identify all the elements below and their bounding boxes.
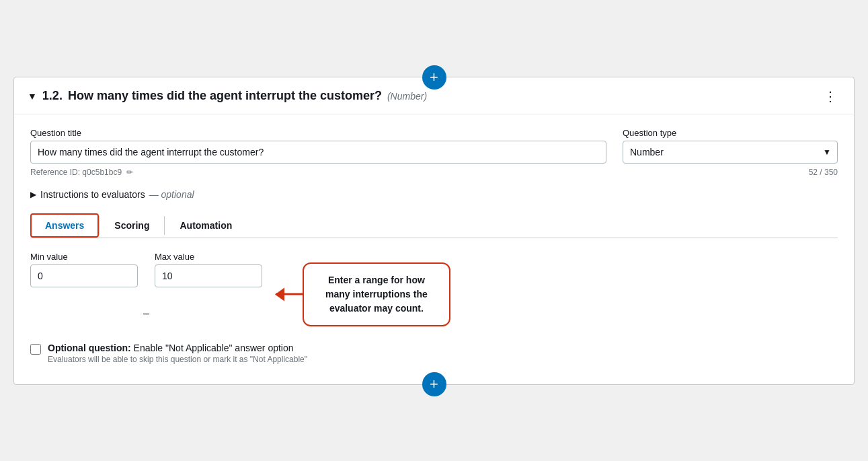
min-value-input[interactable]: [30, 264, 138, 287]
instructions-row[interactable]: ▶ Instructions to evaluators — optional: [30, 189, 838, 200]
edit-reference-icon[interactable]: ✏: [126, 168, 133, 177]
tooltip-bubble: Enter a range for how many interruptions…: [303, 262, 450, 326]
instructions-optional-text: — optional: [149, 189, 194, 200]
plus-icon: +: [430, 70, 438, 85]
optional-question-label-bold: Optional question:: [48, 343, 131, 353]
tooltip-arrow: [276, 293, 303, 295]
optional-question-label-rest: Enable "Not Applicable" answer option: [134, 343, 294, 353]
range-row: Min value – Max value Enter a range for …: [30, 252, 838, 326]
three-dot-menu-button[interactable]: ⋮: [821, 88, 840, 104]
main-content: Question title Question type Number Yes/…: [14, 114, 854, 384]
optional-question-label: Optional question: Enable "Not Applicabl…: [48, 343, 307, 353]
range-dash: –: [143, 308, 149, 326]
question-title-label: Question title: [30, 128, 606, 138]
add-below-button[interactable]: +: [422, 372, 446, 396]
question-title-group: Question title: [30, 128, 606, 164]
tab-automation[interactable]: Automation: [165, 213, 247, 238]
char-count-text: 52 / 350: [809, 168, 838, 177]
question-title-input[interactable]: [30, 141, 606, 164]
question-header-left: ▼ 1.2. How many times did the agent inte…: [28, 89, 427, 103]
optional-question-checkbox[interactable]: [30, 344, 41, 355]
optional-question-row: Optional question: Enable "Not Applicabl…: [30, 343, 838, 364]
tooltip-container: Enter a range for how many interruptions…: [303, 262, 450, 326]
optional-question-sublabel: Evaluators will be able to skip this que…: [48, 355, 307, 364]
tab-answers[interactable]: Answers: [30, 213, 99, 238]
question-form-row: Question title Question type Number Yes/…: [30, 128, 838, 164]
question-type-group: Question type Number Yes/No Multiple Cho…: [623, 128, 838, 164]
question-type-select[interactable]: Number Yes/No Multiple Choice Text: [623, 141, 838, 164]
reference-id-text: Reference ID: q0c5b1bc9 ✏: [30, 168, 133, 177]
max-value-label: Max value: [155, 252, 262, 262]
question-number: 1.2.: [42, 89, 63, 103]
instructions-label: Instructions to evaluators: [40, 189, 145, 200]
tab-scoring[interactable]: Scoring: [100, 213, 164, 238]
plus-icon-bottom: +: [430, 377, 438, 392]
question-type-badge: (Number): [387, 91, 427, 102]
ref-row: Reference ID: q0c5b1bc9 ✏ 52 / 350: [30, 168, 838, 177]
question-type-label: Question type: [623, 128, 838, 138]
add-above-button[interactable]: +: [422, 65, 446, 90]
question-type-select-wrapper: Number Yes/No Multiple Choice Text ▼: [623, 141, 838, 164]
collapse-chevron-icon[interactable]: ▼: [28, 91, 37, 102]
min-value-group: Min value: [30, 252, 138, 287]
max-value-group: Max value: [155, 252, 262, 287]
instructions-chevron-icon: ▶: [30, 190, 36, 199]
question-title-header: How many times did the agent interrupt t…: [68, 89, 382, 103]
tabs-row: Answers Scoring Automation: [30, 213, 838, 238]
question-card: + ▼ 1.2. How many times did the agent in…: [13, 77, 855, 385]
optional-question-text-group: Optional question: Enable "Not Applicabl…: [48, 343, 307, 364]
min-value-label: Min value: [30, 252, 138, 262]
max-value-input[interactable]: [155, 264, 262, 287]
